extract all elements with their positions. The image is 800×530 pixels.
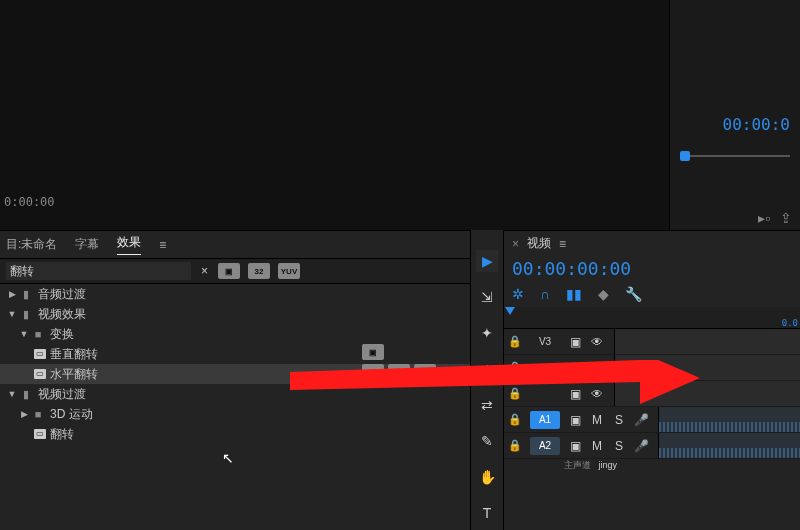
timeline-panel: × 视频 ≡ 00:00:00:00 ✲ ∩ ▮▮ ◆ 🔧 0.0 🔒V3▣👁 …: [504, 230, 800, 530]
mute-label[interactable]: M: [586, 413, 608, 427]
snap-icon[interactable]: ✲: [512, 286, 524, 302]
track-tag[interactable]: A1: [530, 411, 560, 429]
track-a1[interactable]: 🔒A1▣MS🎤: [504, 407, 800, 433]
accel-icon: ▣: [362, 364, 384, 380]
lock-icon[interactable]: 🔒: [504, 439, 526, 452]
lock-icon[interactable]: 🔒: [504, 413, 526, 426]
track-tag[interactable]: [530, 385, 560, 403]
track-v3[interactable]: 🔒V3▣👁: [504, 329, 800, 355]
mute-label[interactable]: M: [586, 439, 608, 453]
track-tag[interactable]: A2: [530, 437, 560, 455]
effects-search-input[interactable]: [6, 262, 191, 280]
track-tag[interactable]: [530, 359, 560, 377]
eye-icon[interactable]: 👁: [586, 387, 608, 401]
badge-yuv[interactable]: YUV: [278, 263, 300, 279]
eye-icon[interactable]: 👁: [586, 335, 608, 349]
track-select-tool-icon[interactable]: ⇲: [476, 286, 498, 308]
fx-vertical-flip[interactable]: ▭垂直翻转▣: [0, 344, 470, 364]
track-content[interactable]: [614, 329, 800, 354]
selection-tool-icon[interactable]: ▶: [476, 250, 498, 272]
fx-toggle-icon[interactable]: ▣: [564, 413, 586, 427]
timeline-playhead-icon[interactable]: [505, 307, 515, 315]
effects-panel: 目:未命名 字幕 效果 ≡ × ▣ 32 YUV ▶▮音频过渡 ▼▮视频效果 ▼…: [0, 230, 470, 530]
program-timecode: 00:00:0: [723, 115, 790, 134]
track-content[interactable]: [614, 355, 800, 380]
pen-tool-icon[interactable]: ✎: [476, 430, 498, 452]
bin-video-transitions[interactable]: ▼▮视频过渡: [0, 384, 470, 404]
type-tool-icon[interactable]: T: [476, 502, 498, 524]
bin-transform[interactable]: ▼■变换: [0, 324, 470, 344]
timeline-timecode[interactable]: 00:00:00:00: [504, 256, 800, 281]
playhead-icon[interactable]: [680, 151, 690, 161]
track-tag[interactable]: V3: [530, 333, 560, 351]
effects-tree: ▶▮音频过渡 ▼▮视频效果 ▼■变换 ▭垂直翻转▣ ▭水平翻转▣32YUV ▼▮…: [0, 284, 470, 530]
mic-icon[interactable]: 🎤: [630, 439, 652, 453]
track-content[interactable]: [658, 407, 800, 432]
solo-label[interactable]: S: [608, 413, 630, 427]
program-monitor: 00:00:0 ▸▫ ⇪: [670, 0, 800, 230]
mouse-cursor-icon: ↖: [222, 450, 234, 466]
track-content[interactable]: [614, 381, 800, 406]
badge-32-icon: 32: [388, 364, 410, 380]
source-timecode: 0:00:00: [4, 195, 55, 209]
lock-icon[interactable]: 🔒: [504, 361, 526, 374]
timeline-close-icon[interactable]: ×: [512, 237, 519, 251]
hand-tool-icon[interactable]: ✋: [476, 466, 498, 488]
lock-icon[interactable]: 🔒: [504, 335, 526, 348]
export-frame-icon[interactable]: ⇪: [780, 210, 792, 226]
track-v1[interactable]: 🔒▣👁: [504, 381, 800, 407]
bin-3d-motion[interactable]: ▶■3D 运动: [0, 404, 470, 424]
ruler-tick-label: 0.0: [782, 318, 798, 328]
magnet-icon[interactable]: ∩: [540, 286, 550, 302]
fx-toggle-icon[interactable]: ▣: [564, 335, 586, 349]
accel-badge-icon[interactable]: ▣: [218, 263, 240, 279]
fx-toggle-icon[interactable]: ▣: [564, 361, 586, 375]
mic-icon[interactable]: 🎤: [630, 413, 652, 427]
time-ruler[interactable]: 0.0: [504, 307, 800, 329]
track-v2[interactable]: 🔒▣👁: [504, 355, 800, 381]
panel-menu-icon[interactable]: ≡: [159, 238, 166, 252]
program-scrubber[interactable]: [680, 145, 790, 165]
bin-video-effects[interactable]: ▼▮视频效果: [0, 304, 470, 324]
fx-horizontal-flip[interactable]: ▭水平翻转▣32YUV: [0, 364, 470, 384]
lock-icon[interactable]: 🔒: [504, 387, 526, 400]
fx-flip[interactable]: ▭翻转: [0, 424, 470, 444]
clear-search-icon[interactable]: ×: [199, 264, 210, 278]
solo-label[interactable]: S: [608, 439, 630, 453]
badge-32[interactable]: 32: [248, 263, 270, 279]
bin-audio-transitions[interactable]: ▶▮音频过渡: [0, 284, 470, 304]
settings-icon[interactable]: 🔧: [625, 286, 642, 302]
tab-effects[interactable]: 效果: [117, 234, 141, 255]
fx-toggle-icon[interactable]: ▣: [564, 439, 586, 453]
ripple-tool-icon[interactable]: ✦: [476, 322, 498, 344]
watermark: jingy: [599, 460, 618, 470]
track-content[interactable]: [658, 433, 800, 458]
step-icon[interactable]: ▸▫: [758, 210, 770, 226]
razor-tool-icon[interactable]: ◆: [476, 358, 498, 380]
badge-yuv-icon: YUV: [414, 364, 436, 380]
source-monitor: 0:00:00: [0, 0, 670, 230]
timeline-title[interactable]: 视频: [527, 235, 551, 252]
timeline-menu-icon[interactable]: ≡: [559, 237, 566, 251]
track-a2[interactable]: 🔒A2▣MS🎤: [504, 433, 800, 459]
master-label: 主声道: [564, 460, 591, 470]
tab-captions[interactable]: 字幕: [75, 236, 99, 253]
toolbar: ▶ ⇲ ✦ ◆ ⇄ ✎ ✋ T: [470, 230, 504, 530]
linked-sel-icon[interactable]: ▮▮: [566, 286, 582, 302]
slip-tool-icon[interactable]: ⇄: [476, 394, 498, 416]
accel-icon: ▣: [362, 344, 384, 360]
tab-project[interactable]: 目:未命名: [6, 236, 57, 253]
eye-icon[interactable]: 👁: [586, 361, 608, 375]
marker-icon[interactable]: ◆: [598, 286, 609, 302]
fx-toggle-icon[interactable]: ▣: [564, 387, 586, 401]
